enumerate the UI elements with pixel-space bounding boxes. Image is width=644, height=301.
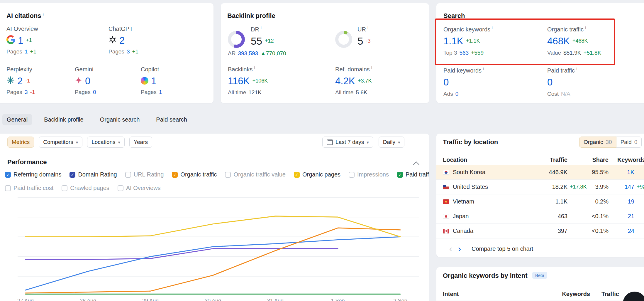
pages-count[interactable]: 1 <box>25 48 28 55</box>
location-row-vietnam[interactable]: Vietnam 1.1K 0.2% 19 <box>436 194 644 209</box>
pager-next-icon[interactable] <box>455 244 464 253</box>
dr-value: 55 <box>251 36 262 46</box>
organic-traffic-value[interactable]: 468K <box>547 36 570 46</box>
checkbox-domain-rating[interactable]: Domain Rating <box>70 171 117 178</box>
pages-count[interactable]: 3 <box>127 48 130 55</box>
checkbox-paid-traffic-cost[interactable]: Paid traffic cost <box>5 185 53 191</box>
pages-count[interactable]: 3 <box>25 89 28 95</box>
locations-dropdown[interactable]: Locations <box>87 137 125 148</box>
top3-value[interactable]: 563 <box>459 50 469 56</box>
performance-card: Metrics Competitors Locations Years Last… <box>0 134 429 301</box>
search-card: Search Organic keywords 1.1K +1.1K Top 3… <box>436 3 644 103</box>
years-button[interactable]: Years <box>129 137 152 148</box>
traffic-value: 18.2K <box>524 184 567 190</box>
metrics-button[interactable]: Metrics <box>7 137 34 148</box>
compare-top5-label: Compare top 5 on chart <box>472 245 533 252</box>
pager-prev-icon[interactable] <box>446 244 455 253</box>
organic-paid-toggle: Organic 30 Paid 0 <box>579 137 642 148</box>
divider <box>436 300 644 300</box>
pages-count[interactable]: 0 <box>93 89 96 95</box>
checkbox-ai-overviews[interactable]: AI Overviews <box>118 185 161 191</box>
citation-source-label: Gemini <box>75 66 96 73</box>
info-icon[interactable] <box>483 67 484 71</box>
date-range-dropdown[interactable]: Last 7 days <box>322 137 373 148</box>
location-row-japan[interactable]: Japan 463 <0.1% 21 <box>436 209 644 224</box>
checkbox-paid-traffic[interactable]: Paid traffic <box>397 171 429 178</box>
info-icon[interactable] <box>261 26 262 30</box>
chevron-down-icon <box>76 139 78 145</box>
dr-donut <box>228 31 245 48</box>
citation-count[interactable]: 1 <box>18 36 23 45</box>
checkbox-organic-traffic-value[interactable]: Organic traffic value <box>225 171 286 178</box>
share-value: <0.1% <box>589 213 609 220</box>
performance-chart: 27 Aug28 Aug29 Aug30 Aug31 Aug1 Sep2 Sep <box>0 134 429 301</box>
checkbox-crawled-pages[interactable]: Crawled pages <box>62 185 109 191</box>
backlinks-value[interactable]: 116K <box>228 76 250 86</box>
vietnam-flag-icon <box>443 199 449 204</box>
citation-count[interactable]: 1 <box>151 76 156 86</box>
chevron-down-icon <box>118 139 121 145</box>
paid-keywords-value[interactable]: 0 <box>443 77 449 87</box>
ref-domains-value[interactable]: 4.2K <box>335 76 355 86</box>
checkbox-organic-traffic[interactable]: Organic traffic <box>172 171 217 178</box>
info-icon[interactable] <box>371 65 372 70</box>
column-keywords: Keywords <box>609 157 644 163</box>
tab-paid-search[interactable]: Paid search <box>152 114 191 125</box>
value-amount: $51.9K <box>563 50 581 56</box>
tab-backlink-profile[interactable]: Backlink profile <box>40 114 88 125</box>
location-row-south-korea[interactable]: South Korea 446.9K 95.5% 1K <box>436 165 644 180</box>
keywords-link[interactable]: 24 <box>609 228 634 234</box>
keywords-link[interactable]: 19 <box>609 198 634 205</box>
info-icon[interactable] <box>254 65 255 70</box>
traffic-by-location-card: Traffic by location Organic 30 Paid 0 Lo… <box>436 134 644 257</box>
toggle-organic[interactable]: Organic 30 <box>579 137 616 148</box>
svg-text:29 Aug: 29 Aug <box>142 298 159 301</box>
citation-count[interactable]: 2 <box>17 76 23 86</box>
chevron-down-icon <box>398 139 400 145</box>
location-row-canada[interactable]: Canada 397 <0.1% 24 <box>436 224 644 238</box>
citation-count[interactable]: 0 <box>85 76 90 86</box>
info-icon[interactable] <box>43 12 44 16</box>
keywords-link[interactable]: 21 <box>609 213 634 220</box>
pages-delta: +1 <box>132 48 138 55</box>
ads-value[interactable]: 0 <box>455 91 459 97</box>
backlink-profile-title: Backlink profile <box>227 12 275 20</box>
pages-count[interactable]: 1 <box>159 89 162 95</box>
chatgpt-icon <box>109 36 117 45</box>
citation-count[interactable]: 2 <box>119 36 125 45</box>
ar-value[interactable]: 393,593 <box>238 50 258 57</box>
top3-label: Top 3 <box>443 50 457 56</box>
checkbox-url-rating[interactable]: URL Rating <box>125 171 164 178</box>
more-options-button[interactable] <box>424 138 429 147</box>
column-share: Share <box>589 157 609 163</box>
checkbox-box <box>349 172 355 178</box>
beta-badge: Beta <box>532 272 547 279</box>
tab-general[interactable]: General <box>2 114 32 125</box>
svg-text:28 Aug: 28 Aug <box>80 298 96 301</box>
organic-keywords-value[interactable]: 1.1K <box>443 36 463 46</box>
info-icon[interactable] <box>576 67 577 71</box>
citation-delta: +1 <box>26 37 32 43</box>
info-icon[interactable] <box>585 26 586 30</box>
competitors-dropdown[interactable]: Competitors <box>39 137 82 148</box>
toggle-paid[interactable]: Paid 0 <box>616 137 642 148</box>
location-table-header: Location Traffic Share Keywords <box>436 155 644 165</box>
info-icon[interactable] <box>492 26 493 30</box>
keywords-link[interactable]: 1K <box>609 169 634 176</box>
checkbox-impressions[interactable]: Impressions <box>349 171 389 178</box>
organic-count: 30 <box>606 139 612 145</box>
performance-title: Performance <box>7 158 47 166</box>
checkbox-box <box>294 172 300 178</box>
paid-traffic-value[interactable]: 0 <box>547 77 553 87</box>
ur-delta: -3 <box>366 38 370 44</box>
collapse-chevron-icon[interactable] <box>413 162 419 168</box>
location-row-united-states[interactable]: United States 18.2K +17.8K 3.9% 147 +92 <box>436 180 644 194</box>
pages-delta: +1 <box>30 48 36 55</box>
checkbox-organic-pages[interactable]: Organic pages <box>294 171 340 178</box>
info-icon[interactable] <box>367 26 368 30</box>
keywords-link[interactable]: 147 <box>609 184 634 190</box>
checkbox-box <box>5 172 11 178</box>
granularity-dropdown[interactable]: Daily <box>379 137 405 148</box>
checkbox-referring-domains[interactable]: Referring domains <box>5 171 61 178</box>
tab-organic-search[interactable]: Organic search <box>96 114 144 125</box>
